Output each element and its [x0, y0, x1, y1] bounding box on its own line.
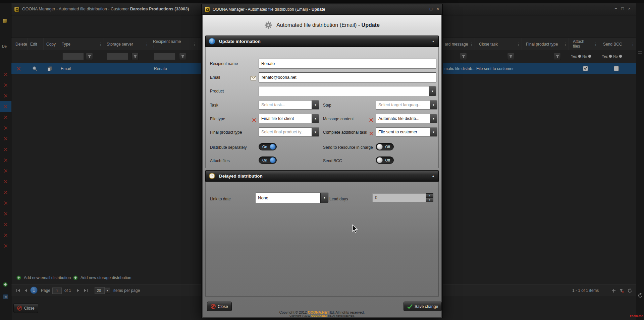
- dropdown-icon[interactable]: ▼: [312, 114, 319, 123]
- email-input[interactable]: [259, 72, 436, 82]
- clock-icon: [209, 173, 215, 179]
- close-button-dialog[interactable]: Close: [207, 302, 232, 311]
- product-select[interactable]: ▼: [259, 86, 436, 96]
- attach-files-toggle[interactable]: On: [259, 156, 277, 164]
- mouse-cursor: [352, 225, 358, 235]
- final-product-type-select[interactable]: Select final product ty...▼: [259, 127, 319, 137]
- step-select[interactable]: Select target languag...▼: [376, 100, 437, 110]
- prohibition-icon: [211, 304, 216, 309]
- ooona-app-icon: [205, 7, 210, 12]
- send-bcc-toggle[interactable]: Off: [376, 156, 394, 164]
- save-change-button[interactable]: Save change: [404, 302, 442, 311]
- link-to-date-select[interactable]: None▼: [255, 192, 329, 203]
- distribute-separately-label: Distribute separately: [210, 145, 247, 150]
- dropdown-icon[interactable]: ▼: [312, 101, 319, 109]
- spinner-up-icon[interactable]: ▲: [426, 193, 433, 198]
- required-x-icon: [369, 118, 373, 124]
- complete-additional-task-label: Complete additional task: [323, 130, 367, 135]
- message-content-select[interactable]: Automatic file distrib...▼: [376, 114, 437, 123]
- minimize-icon[interactable]: −: [421, 6, 428, 11]
- dropdown-icon[interactable]: ▼: [430, 101, 437, 109]
- distribute-separately-toggle[interactable]: On: [259, 143, 277, 150]
- dropdown-icon[interactable]: ▼: [320, 193, 328, 203]
- dropdown-icon[interactable]: ▼: [429, 86, 436, 96]
- delayed-distribution-section: Delayed distribution ▲ Link to date None…: [205, 170, 439, 297]
- required-x-icon: [252, 118, 256, 124]
- update-dialog: OOONA Manager - Automated file distribut…: [201, 4, 443, 318]
- attach-files-label: Attach files: [210, 158, 230, 163]
- copyright-line-2: Copyright © 2012 OOONA.NET ltd. All righ…: [202, 314, 442, 317]
- email-label: Email: [210, 75, 220, 80]
- dialog-title: OOONA Manager - Automated file distribut…: [213, 7, 325, 12]
- dropdown-icon[interactable]: ▼: [312, 128, 319, 136]
- update-information-section-header[interactable]: i Update information ▲: [205, 36, 439, 47]
- step-label: Step: [323, 103, 331, 108]
- task-select[interactable]: Select task...▼: [259, 100, 319, 110]
- maximize-icon[interactable]: □: [428, 6, 434, 11]
- product-label: Product: [210, 89, 224, 93]
- final-product-type-label: Final product type: [210, 130, 242, 135]
- file-type-select[interactable]: Final file for client▼: [259, 114, 319, 123]
- check-icon: [407, 304, 413, 309]
- update-information-section: i Update information ▲ Recipient name Em…: [205, 36, 439, 168]
- dialog-window-controls: − □ ×: [421, 6, 441, 11]
- send-to-resource-toggle[interactable]: Off: [376, 143, 394, 150]
- envelope-icon: [251, 76, 256, 82]
- recipient-name-label: Recipient name: [210, 61, 238, 66]
- link-to-date-label: Link to date: [210, 197, 231, 201]
- dialog-header-title: Automated file distribution (Email) - Up…: [276, 22, 380, 28]
- spinner-down-icon[interactable]: ▼: [426, 198, 433, 202]
- send-bcc-label: Send BCC: [323, 158, 342, 163]
- gear-icon: [264, 21, 272, 29]
- required-x-icon: [369, 131, 373, 137]
- delayed-distribution-section-header[interactable]: Delayed distribution ▲: [205, 170, 439, 182]
- close-icon[interactable]: ×: [434, 6, 441, 11]
- send-to-resource-label: Send to Resource in charge: [323, 145, 373, 150]
- dropdown-icon[interactable]: ▼: [430, 128, 437, 136]
- copyright-line-1: Copyright © 2012 OOONA.NET ltd. All righ…: [202, 310, 442, 314]
- dialog-footer: Copyright © 2012 OOONA.NET ltd. All righ…: [202, 310, 442, 317]
- dropdown-icon[interactable]: ▼: [430, 114, 437, 123]
- lead-days-label: Lead days: [329, 197, 348, 201]
- dialog-titlebar[interactable]: OOONA Manager - Automated file distribut…: [202, 4, 442, 15]
- lead-days-spinner: ▲ ▼: [426, 193, 433, 202]
- info-icon: i: [209, 38, 215, 45]
- collapse-icon[interactable]: ▲: [432, 40, 435, 43]
- lead-days-input[interactable]: [372, 193, 426, 202]
- file-type-label: File type: [210, 117, 225, 121]
- task-label: Task: [210, 103, 218, 108]
- complete-additional-task-select[interactable]: File sent to customer▼: [376, 127, 437, 137]
- dialog-header: Automated file distribution (Email) - Up…: [202, 15, 442, 36]
- collapse-icon[interactable]: ▲: [432, 174, 435, 178]
- message-content-label: Message content: [323, 117, 354, 121]
- recipient-name-input[interactable]: [259, 59, 436, 69]
